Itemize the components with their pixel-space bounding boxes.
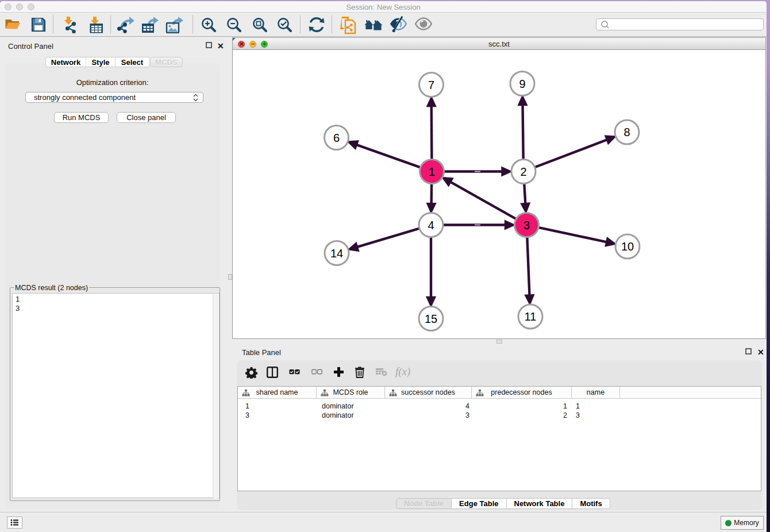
svg-text:7: 7 <box>428 79 434 91</box>
svg-text:10: 10 <box>621 240 634 253</box>
svg-text:2: 2 <box>520 165 526 178</box>
svg-text:8: 8 <box>623 126 630 138</box>
svg-text:1: 1 <box>429 165 435 178</box>
svg-text:4: 4 <box>428 219 434 232</box>
svg-text:11: 11 <box>525 310 537 323</box>
svg-text:14: 14 <box>330 247 343 260</box>
svg-text:3: 3 <box>523 219 530 232</box>
svg-text:15: 15 <box>425 313 437 325</box>
svg-text:9: 9 <box>519 78 525 90</box>
svg-text:6: 6 <box>333 132 340 144</box>
